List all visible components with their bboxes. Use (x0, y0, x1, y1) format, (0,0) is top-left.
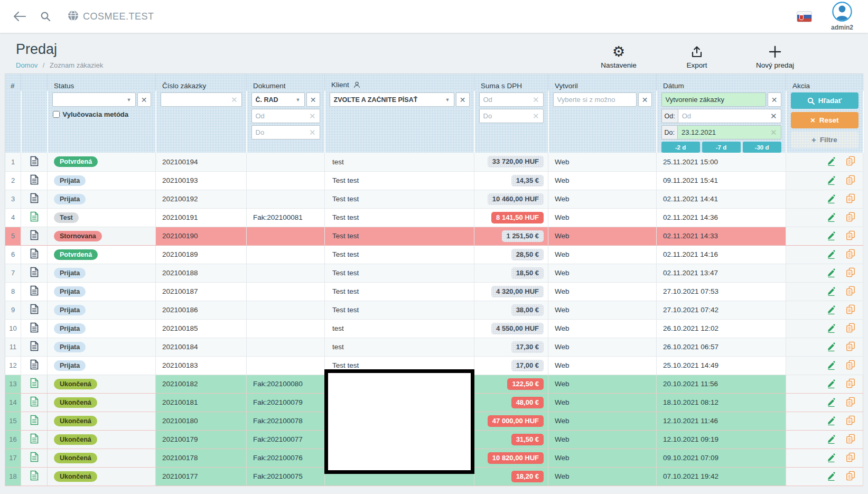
copy-icon[interactable] (846, 363, 855, 371)
copy-icon[interactable] (846, 253, 855, 260)
document-icon-cell[interactable] (21, 171, 48, 190)
copy-icon[interactable] (846, 382, 855, 390)
sum-to-input[interactable]: Do✕ (479, 109, 544, 123)
document-type-clear-button[interactable]: ✕ (306, 92, 320, 107)
user-menu[interactable]: admin2 (831, 2, 853, 31)
edit-icon[interactable] (827, 474, 838, 482)
document-icon-cell[interactable] (21, 338, 48, 356)
date-type-select[interactable]: Vytvorenie zákazky (661, 92, 766, 107)
edit-icon[interactable] (827, 179, 838, 187)
copy-icon[interactable] (846, 290, 855, 297)
document-icon-cell[interactable] (21, 467, 48, 486)
document-icon-cell[interactable] (21, 412, 48, 430)
row-index: 18 (5, 467, 21, 486)
document-icon-cell[interactable] (21, 282, 48, 301)
col-header-sum[interactable]: Suma s DPH (474, 74, 548, 91)
document-icon-cell[interactable] (21, 301, 48, 319)
col-header-document[interactable]: Dokument (247, 74, 325, 91)
edit-icon[interactable] (827, 345, 838, 353)
minus-7d-button[interactable]: -7 d (702, 142, 741, 153)
document-from-input[interactable]: Od✕ (251, 109, 320, 123)
copy-icon[interactable] (846, 327, 855, 334)
sum-from-input[interactable]: Od✕ (479, 92, 544, 107)
copy-icon[interactable] (846, 456, 855, 464)
export-button[interactable]: Export (675, 44, 719, 69)
document-icon (30, 160, 39, 168)
document-icon-cell[interactable] (21, 430, 48, 449)
col-header-created-by[interactable]: Vytvoril (548, 74, 657, 91)
document-icon-cell[interactable] (21, 319, 48, 338)
client-filter-clear-button[interactable]: ✕ (456, 92, 470, 107)
document-icon-cell[interactable] (21, 356, 48, 375)
copy-icon[interactable] (846, 437, 855, 445)
created-by-filter-input[interactable]: Vyberte si z možno (553, 92, 637, 107)
edit-icon[interactable] (827, 456, 838, 464)
document-icon-cell[interactable] (21, 375, 48, 393)
copy-icon[interactable] (846, 197, 855, 205)
copy-icon[interactable] (846, 271, 855, 279)
document-icon-cell[interactable] (21, 245, 48, 264)
copy-icon[interactable] (846, 216, 855, 223)
edit-icon[interactable] (827, 400, 838, 408)
copy-icon[interactable] (846, 419, 855, 427)
edit-icon[interactable] (827, 271, 838, 279)
settings-button[interactable]: ⚙ Nastavenie (596, 44, 641, 69)
copy-icon[interactable] (846, 234, 855, 242)
exclusion-method-checkbox[interactable] (53, 111, 60, 118)
edit-icon[interactable] (827, 363, 838, 371)
copy-icon[interactable] (846, 308, 855, 316)
search-button[interactable]: Hľadať (791, 92, 858, 109)
minus-30d-button[interactable]: -30 d (743, 142, 781, 153)
edit-icon[interactable] (827, 290, 838, 297)
document-icon-cell[interactable] (21, 393, 48, 412)
copy-icon[interactable] (846, 474, 855, 482)
date-from-input[interactable]: Od✕ (678, 109, 781, 123)
document-icon-cell[interactable] (21, 449, 48, 467)
edit-icon[interactable] (827, 419, 838, 427)
copy-icon[interactable] (846, 179, 855, 187)
breadcrumb-home[interactable]: Domov (16, 61, 38, 69)
minus-2d-button[interactable]: -2 d (661, 142, 700, 153)
brand[interactable]: COSMEE.TEST (68, 10, 154, 23)
created-by-cell: Web (548, 245, 657, 264)
back-icon[interactable] (13, 11, 26, 22)
filtre-button[interactable]: +Filtre (791, 132, 858, 148)
col-header-date[interactable]: Dátum (657, 74, 786, 91)
col-header-order-number[interactable]: Číslo zákazky (156, 74, 247, 91)
edit-icon[interactable] (827, 437, 838, 445)
new-sale-button[interactable]: Nový predaj (753, 44, 797, 69)
edit-icon[interactable] (827, 382, 838, 390)
created-by-clear-button[interactable]: ✕ (638, 92, 652, 107)
document-icon-cell[interactable] (21, 153, 48, 171)
order-number-filter-input[interactable]: ✕ (161, 92, 242, 107)
copy-icon[interactable] (846, 345, 855, 353)
edit-icon[interactable] (827, 160, 838, 167)
language-flag-icon[interactable] (797, 11, 812, 22)
date-to-input[interactable]: 23.12.2021✕ (677, 125, 781, 139)
edit-icon[interactable] (827, 308, 838, 316)
document-to-input[interactable]: Do✕ (251, 125, 320, 139)
col-header-status[interactable]: Status (48, 74, 156, 91)
edit-icon[interactable] (827, 197, 838, 205)
date-type-clear-button[interactable]: ✕ (768, 92, 781, 107)
document-icon-cell[interactable] (21, 190, 48, 208)
document-icon-cell[interactable] (21, 227, 48, 245)
document-icon-cell[interactable] (21, 208, 48, 227)
status-filter-select[interactable]: ▼ (52, 92, 136, 107)
edit-icon[interactable] (827, 253, 838, 260)
edit-icon[interactable] (827, 327, 838, 334)
reset-button[interactable]: ✕Reset (791, 112, 858, 128)
client-filter-select[interactable]: ZVOĽTE A ZAČNITE PÍSAŤ▼ (330, 92, 454, 107)
edit-icon[interactable] (827, 234, 838, 242)
col-header-client[interactable]: Klient (325, 74, 474, 91)
sum-cell: 8 141,50 HUF (474, 208, 548, 227)
created-by-cell: Web (548, 282, 657, 301)
document-type-select[interactable]: Č. RAD▼ (251, 92, 305, 107)
search-icon[interactable] (40, 11, 51, 22)
col-header-index[interactable]: # (5, 74, 21, 91)
copy-icon[interactable] (846, 400, 855, 408)
copy-icon[interactable] (846, 160, 855, 167)
status-filter-clear-button[interactable]: ✕ (137, 92, 151, 107)
edit-icon[interactable] (827, 216, 838, 223)
document-icon-cell[interactable] (21, 264, 48, 282)
